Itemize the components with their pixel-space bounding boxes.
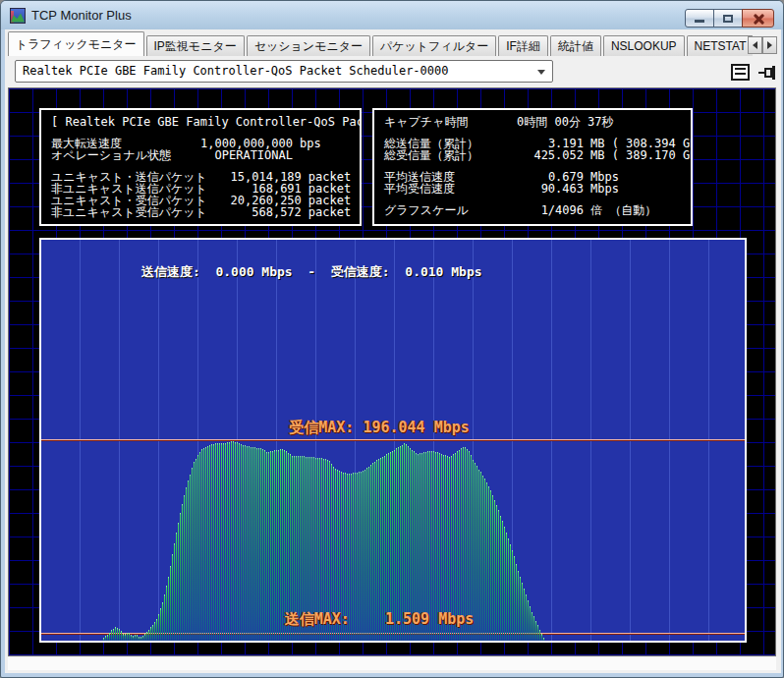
tab-トラフィックモニター[interactable]: トラフィックモニター: [8, 31, 144, 56]
row-label: 平均受信速度: [384, 183, 517, 195]
tab-統計値[interactable]: 統計値: [550, 35, 601, 56]
maximize-icon: [723, 15, 733, 23]
chart-column: [543, 638, 544, 641]
chart-column: [144, 634, 145, 641]
chart-column: [121, 631, 122, 641]
chart-column: [117, 628, 118, 641]
chart-column: [148, 630, 149, 641]
title-bar[interactable]: TCP Monitor Plus: [1, 1, 783, 29]
current-speed-readout: 送信速度: 0.000 Mbps - 受信速度: 0.010 Mbps: [49, 249, 482, 296]
client-bottom-strip: [8, 657, 776, 670]
recv-speed-value: 0.010: [390, 264, 444, 279]
send-speed-unit: Mbps: [254, 264, 293, 279]
tab-セッションモニター[interactable]: セッションモニター: [247, 35, 370, 56]
app-window: TCP Monitor Plus トラフィックモニターIP監視モニターセッション…: [0, 0, 784, 678]
row-unit: Mbps: [590, 183, 619, 195]
row-unit: 倍 （自動）: [590, 204, 656, 216]
panel-row: グラフスケール1/4096倍 （自動）: [384, 204, 681, 216]
chart-column: [137, 635, 138, 641]
chart-column: [125, 634, 126, 641]
tab-NSLOOKUP[interactable]: NSLOOKUP: [603, 35, 685, 56]
capture-info-panel: キャプチャ時間0時間 00分 37秒総送信量（累計）3.191MB ( 308.…: [372, 108, 693, 226]
row-label: オペレーショナル状態: [51, 149, 198, 161]
chart-column: [109, 633, 110, 641]
chart-column: [115, 627, 116, 641]
row-value: 568,572: [207, 206, 302, 218]
panel-row: 平均受信速度90.463Mbps: [384, 183, 681, 195]
tab-scroll-left-button[interactable]: [748, 36, 762, 54]
chart-column: [113, 629, 114, 641]
tab-IF詳細[interactable]: IF詳細: [498, 35, 548, 56]
send-max-label: 送信MAX: 1.509 Mbps: [41, 610, 745, 629]
row-label: グラフスケール: [384, 204, 517, 216]
send-speed-value: 0.000: [200, 264, 254, 279]
log-list-icon: [735, 68, 746, 77]
chart-column: [105, 636, 106, 641]
monitor-content: [ Realtek PCIe GBE Family Controller-QoS…: [8, 87, 776, 656]
chart-column: [168, 577, 169, 641]
recv-speed-label: 受信速度:: [331, 264, 390, 279]
chevron-down-icon: [537, 70, 545, 79]
panel-row: 総受信量（累計）425.052MB ( 389.170 GB): [384, 149, 681, 161]
chart-column: [516, 564, 517, 641]
tab-パケットフィルター[interactable]: パケットフィルター: [372, 35, 496, 56]
adapter-panel-rows: 最大転送速度1,000,000,000bpsオペレーショナル状態OPERATIO…: [51, 138, 350, 218]
row-value: 0時間 00分 37秒: [517, 116, 614, 128]
speed-separator: -: [293, 264, 331, 279]
chart-column: [518, 571, 519, 641]
row-value: 90.463: [517, 183, 584, 195]
row-unit: MB ( 389.170 GB): [590, 149, 693, 161]
chart-column: [129, 633, 130, 641]
chart-column: [539, 630, 540, 641]
traffic-graph-plot: 送信速度: 0.000 Mbps - 受信速度: 0.010 Mbps 受信MA…: [41, 240, 745, 641]
chart-column: [135, 635, 136, 641]
panel-row: 非ユニキャスト受信パケット568,572packet: [51, 206, 350, 218]
recv-max-label: 受信MAX: 196.044 Mbps: [41, 419, 745, 437]
row-label: 総受信量（累計）: [384, 149, 517, 161]
chart-column: [170, 566, 171, 641]
chart-column: [123, 634, 124, 641]
adapter-select-dropdown[interactable]: Realtek PCIe GBE Family Controller-QoS P…: [15, 60, 553, 83]
panel-row: オペレーショナル状態OPERATIONAL: [51, 149, 350, 161]
chart-column: [142, 636, 143, 641]
minimize-icon: [695, 20, 704, 23]
chart-column: [139, 637, 140, 641]
tab-IP監視モニター[interactable]: IP監視モニター: [146, 35, 245, 56]
traffic-graph: 送信速度: 0.000 Mbps - 受信速度: 0.010 Mbps 受信MA…: [39, 238, 747, 643]
tab-scroll-control: [748, 36, 777, 54]
arrow-right-icon: [767, 41, 776, 49]
chart-column: [520, 577, 521, 641]
chart-column: [150, 627, 151, 641]
chart-column: [119, 629, 120, 641]
pin-button[interactable]: [758, 65, 776, 80]
row-label: キャプチャ時間: [384, 116, 517, 128]
window-title: TCP Monitor Plus: [31, 8, 132, 23]
window-controls: [686, 9, 774, 28]
close-button[interactable]: [742, 9, 774, 28]
chart-column: [541, 634, 542, 641]
tab-bar: トラフィックモニターIP監視モニターセッションモニターパケットフィルターIF詳細…: [8, 31, 753, 56]
arrow-left-icon: [749, 41, 757, 49]
row-unit: bps: [300, 138, 321, 149]
row-value: OPERATIONAL: [198, 149, 293, 161]
row-value: 425.052: [517, 149, 584, 161]
adapter-select-value: Realtek PCIe GBE Family Controller-QoS P…: [23, 64, 448, 78]
capture-panel-rows: キャプチャ時間0時間 00分 37秒総送信量（累計）3.191MB ( 308.…: [384, 116, 681, 216]
send-speed-label: 送信速度:: [141, 264, 200, 279]
minimize-button[interactable]: [685, 9, 714, 28]
chart-column: [133, 636, 134, 641]
maximize-button[interactable]: [713, 9, 743, 28]
log-list-button[interactable]: [731, 64, 750, 81]
app-icon: [10, 8, 26, 24]
recv-speed-unit: Mbps: [443, 264, 481, 279]
chart-column: [146, 632, 147, 641]
traffic-chart-columns: [41, 240, 745, 641]
chart-column: [131, 635, 132, 641]
toolbar: Realtek PCIe GBE Family Controller-QoS P…: [7, 56, 779, 87]
chart-column: [107, 635, 108, 641]
chart-column: [111, 630, 112, 641]
row-value: 1/4096: [517, 204, 584, 216]
tab-NETSTAT[interactable]: NETSTAT: [687, 35, 753, 56]
tab-scroll-right-button[interactable]: [762, 36, 777, 54]
adapter-info-panel: [ Realtek PCIe GBE Family Controller-QoS…: [39, 108, 362, 226]
